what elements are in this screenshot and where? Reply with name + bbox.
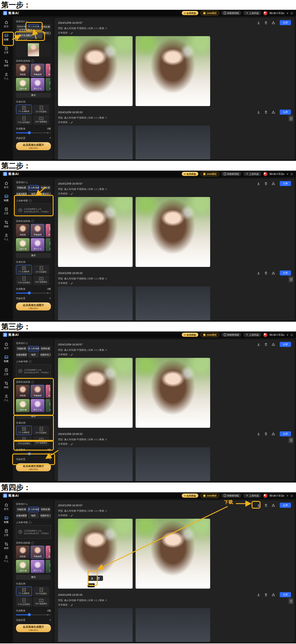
sidebar-item-copywriting[interactable]: 文案 bbox=[4, 529, 9, 537]
delete-icon[interactable] bbox=[264, 593, 268, 596]
sidebar-item-draw[interactable]: 绘图 bbox=[4, 33, 9, 41]
generated-image-2[interactable] bbox=[136, 36, 210, 106]
slider-knob[interactable] bbox=[28, 452, 31, 455]
report-icon[interactable] bbox=[272, 432, 275, 435]
ratio-tile-16-9[interactable]: 16:9 电脑壁纸 bbox=[33, 597, 49, 607]
ratio-tile-9-16[interactable]: 9:16 全屏壁纸 bbox=[16, 115, 32, 125]
mode-button-creative-draw[interactable]: 创意绘画 bbox=[40, 185, 51, 190]
count-slider[interactable] bbox=[16, 452, 51, 455]
notes-side-button[interactable] bbox=[289, 437, 293, 443]
publish-button[interactable]: 公开 bbox=[280, 503, 291, 508]
sidebar-item-profile[interactable]: 个人 bbox=[4, 233, 9, 241]
generate-button[interactable]: 会员高速生成图片 (消耗2积分) bbox=[16, 302, 51, 310]
dropdown-item-text-to-image[interactable]: 文字生成图片 bbox=[17, 28, 42, 33]
generate-button[interactable]: 会员高速生成图片 (消耗2积分) bbox=[16, 624, 51, 632]
logout-power-icon[interactable] bbox=[290, 494, 293, 497]
publish-button[interactable]: 公开 bbox=[280, 181, 291, 186]
delete-icon[interactable] bbox=[264, 343, 268, 346]
generated-image-2[interactable] bbox=[136, 286, 210, 320]
generated-image-1[interactable]: 下载 bbox=[58, 197, 133, 267]
ratio-tile-3-4[interactable]: 3:4 手机壁纸 bbox=[33, 265, 49, 274]
download-icon[interactable] bbox=[257, 271, 260, 275]
ratio-tile-1-1[interactable]: 1:1 头像配图 bbox=[16, 587, 32, 596]
upload-dropzone[interactable]: 点击或拖拽图片上传， 支持20M以内JPG、PNG图片 bbox=[16, 525, 51, 539]
generated-image-2[interactable] bbox=[136, 608, 210, 642]
delete-icon[interactable] bbox=[264, 182, 268, 185]
edit-pencil-icon[interactable] bbox=[70, 514, 73, 517]
delete-icon[interactable] bbox=[264, 271, 268, 275]
notes-side-button[interactable] bbox=[289, 116, 293, 121]
generated-image-2[interactable] bbox=[136, 197, 210, 267]
points-button[interactable]: 2686积分 bbox=[200, 493, 219, 498]
generated-image-1[interactable] bbox=[58, 286, 133, 320]
uploaded-reference-thumbnail[interactable] bbox=[28, 43, 39, 56]
style-card-ai-portrait[interactable]: AI写真 bbox=[16, 64, 30, 77]
style-card-anime-portrait[interactable]: 热门动漫写真 bbox=[46, 546, 50, 559]
style-card-chibi-avatar[interactable]: Q版头像 bbox=[16, 78, 30, 91]
publish-button[interactable]: 公开 bbox=[280, 592, 291, 597]
report-icon[interactable] bbox=[272, 343, 275, 346]
style-card-ai-portrait[interactable]: AI写真 bbox=[16, 546, 30, 559]
mode-button-social-media[interactable]: 自媒体配图 bbox=[16, 191, 27, 197]
advanced-settings-row[interactable]: 高级设置 ∨ bbox=[16, 137, 51, 140]
report-icon[interactable] bbox=[272, 271, 275, 275]
chevron-down-icon[interactable]: ∨ bbox=[287, 12, 288, 15]
points-button[interactable]: 2686积分 bbox=[200, 172, 219, 176]
style-card-flat-illustration[interactable]: 平面插画 bbox=[31, 224, 44, 237]
style-card-ai-portrait[interactable]: AI写真 bbox=[16, 385, 30, 398]
ratio-tile-3-4[interactable]: 3:4 手机壁纸 bbox=[33, 105, 49, 114]
mode-button-ecommerce[interactable]: 电商 bbox=[28, 352, 39, 358]
member-benefits-button[interactable]: V 会员权益 bbox=[182, 11, 198, 15]
sidebar-item-photo-edit[interactable]: 修图 bbox=[4, 220, 9, 228]
edit-pencil-icon[interactable] bbox=[70, 603, 73, 606]
notes-side-button[interactable] bbox=[289, 276, 293, 282]
edit-pencil-icon[interactable] bbox=[70, 31, 73, 34]
mobile-version-button[interactable]: 体验移动端 bbox=[221, 172, 241, 176]
mode-button-anime-to-real[interactable]: 动漫转真人 bbox=[40, 513, 51, 518]
ratio-tile-9-16[interactable]: 9:16 全屏壁纸 bbox=[16, 436, 32, 446]
generated-image-2[interactable] bbox=[136, 126, 210, 159]
generated-image-1[interactable]: 下载 bbox=[58, 358, 133, 428]
user-avatar[interactable] bbox=[263, 11, 268, 15]
sidebar-item-copywriting[interactable]: 文案 bbox=[4, 47, 9, 54]
count-slider[interactable] bbox=[16, 131, 51, 134]
ratio-tile-3-4[interactable]: 3:4 手机壁纸 bbox=[33, 426, 49, 435]
publish-button[interactable]: 公开 bbox=[280, 342, 291, 347]
notes-side-button[interactable] bbox=[289, 598, 293, 604]
style-card-dreamy-girl[interactable]: 梦幻少女 bbox=[31, 78, 44, 91]
sidebar-item-photo-edit[interactable]: 修图 bbox=[4, 60, 9, 67]
upload-work-button[interactable]: 上传作品 bbox=[243, 494, 261, 498]
style-card-flat-illustration[interactable]: 平面插画 bbox=[31, 546, 44, 559]
sidebar-item-draw[interactable]: 绘图 bbox=[4, 516, 9, 524]
sidebar-item-profile[interactable]: 个人 bbox=[4, 394, 9, 402]
style-card-flat-illustration[interactable]: 平面插画 bbox=[31, 64, 44, 77]
mode-button-creative-draw[interactable]: 创意绘画 bbox=[40, 507, 51, 512]
chevron-down-icon[interactable]: ∨ bbox=[287, 173, 288, 175]
mode-button-social-media[interactable]: 自媒体配图 bbox=[16, 352, 27, 358]
expand-styles-button[interactable]: 展开 bbox=[16, 414, 51, 419]
mode-button-real-to-anime[interactable]: 真人转动漫 bbox=[28, 346, 39, 351]
sidebar-item-home[interactable]: 首页 bbox=[4, 342, 9, 350]
sidebar-item-draw[interactable]: 绘图 bbox=[4, 194, 9, 202]
ratio-tile-16-9[interactable]: 16:9 电脑壁纸 bbox=[33, 275, 49, 285]
edit-pencil-icon[interactable] bbox=[70, 282, 73, 284]
sidebar-item-copywriting[interactable]: 文案 bbox=[4, 207, 9, 215]
user-avatar[interactable] bbox=[263, 172, 268, 176]
generated-image-2[interactable] bbox=[136, 358, 210, 428]
sidebar-item-photo-edit[interactable]: 修图 bbox=[4, 542, 9, 550]
advanced-settings-row[interactable]: 高级设置 ∨ bbox=[16, 297, 51, 300]
mode-button-smart-draw[interactable]: 智能绘画 bbox=[16, 185, 27, 190]
generate-button[interactable]: 会员高速生成图片 (消耗2积分) bbox=[16, 463, 51, 471]
generated-image-2[interactable] bbox=[136, 519, 210, 589]
generated-image-1[interactable]: 下载 bbox=[58, 36, 133, 106]
image-download-icon[interactable] bbox=[91, 577, 94, 580]
report-icon[interactable] bbox=[272, 110, 275, 114]
mode-button-anime-to-real[interactable]: 动漫转真人 bbox=[40, 352, 51, 358]
upload-work-button[interactable]: 上传作品 bbox=[243, 172, 261, 176]
style-card-anime-portrait[interactable]: 热门动漫写真 bbox=[46, 385, 50, 398]
publish-button[interactable]: 公开 bbox=[280, 110, 291, 115]
ratio-tile-1-1[interactable]: 1:1 头像配图 bbox=[16, 265, 32, 274]
generated-image-1[interactable] bbox=[58, 447, 133, 481]
member-benefits-button[interactable]: V 会员权益 bbox=[182, 333, 198, 337]
app-logo[interactable]: D bbox=[3, 172, 7, 176]
